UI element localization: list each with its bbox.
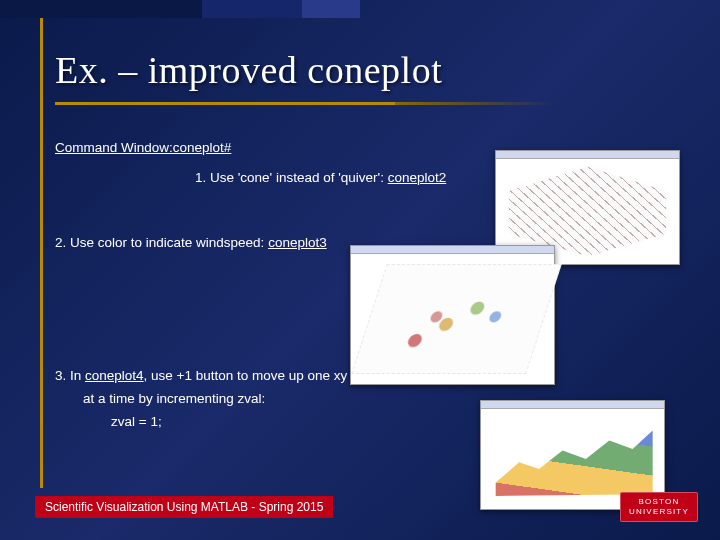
step-1-text: 1. Use 'cone' instead of 'quiver': [195,170,388,185]
logo-line2: UNIVERSITY [629,507,689,517]
top-gradient-bar [0,0,720,18]
step-1: 1. Use 'cone' instead of 'quiver': conep… [195,170,446,185]
boston-university-logo: BOSTON UNIVERSITY [620,492,698,522]
footer-caption: Scientific Visualization Using MATLAB - … [35,496,333,518]
title-underline [55,102,395,105]
step-3: 3. In coneplot4, use +1 button to move u… [55,365,384,434]
slide-title-block: Ex. – improved coneplot [55,48,442,105]
step-2-text: 2. Use color to indicate windspeed: [55,235,268,250]
coneplot2-link[interactable]: coneplot2 [388,170,447,185]
figure-thumbnail-coneplot3 [350,245,555,385]
coneplot4-link[interactable]: coneplot4 [85,368,144,383]
logo-line1: BOSTON [639,497,680,507]
step-3-pre: 3. In [55,368,85,383]
step-3-post: , use +1 button to move up one xy plane [144,368,385,383]
step-2: 2. Use color to indicate windspeed: cone… [55,235,327,250]
coneplot3-link[interactable]: coneplot3 [268,235,327,250]
step-3-line3: zval = 1; [55,411,384,434]
slide-title: Ex. – improved coneplot [55,48,442,92]
accent-vertical-rule [40,18,43,488]
step-3-line2: at a time by incrementing zval: [55,388,384,411]
